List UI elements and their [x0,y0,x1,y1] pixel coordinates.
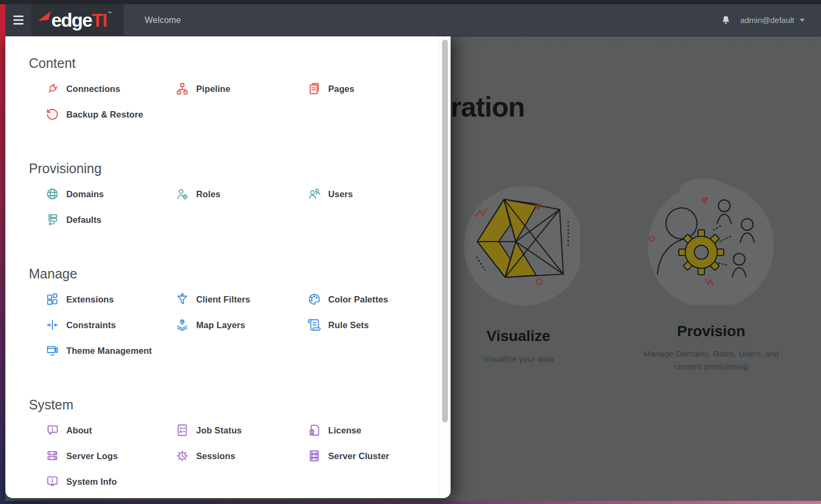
menu-item-server-logs[interactable]: Server Logs [45,448,175,464]
menu-item-color-palettes[interactable]: Color Palettes [307,291,438,307]
bell-icon [720,14,732,27]
user-gear-icon [175,187,189,201]
section-system: System About Job Status [29,397,438,490]
section-title-manage: Manage [29,266,438,282]
gear-clock-icon [175,449,189,463]
theme-windows-icon [45,344,59,358]
certificate-icon [307,423,321,437]
plug-icon [45,82,59,96]
menu-item-extensions[interactable]: Extensions [45,291,175,307]
user-menu[interactable]: admin@default [740,15,805,25]
brand-trademark: ™ [107,11,112,15]
card-title-visualize: Visualize [457,328,580,345]
menu-item-pipeline[interactable]: Pipeline [175,81,307,97]
speech-info-icon [45,423,59,437]
menu-item-map-layers[interactable]: Map Layers [175,317,307,333]
card-title-provision: Provision [635,323,787,340]
card-subtitle-visualize: Visualize your data [457,353,580,366]
funnel-user-icon [175,292,189,306]
menu-item-domains[interactable]: Domains [45,186,175,202]
server-check-icon [45,449,59,463]
menu-item-client-filters[interactable]: Client Filters [175,291,307,307]
constraints-icon [45,318,59,332]
blocks-icon [45,292,59,306]
notifications-button[interactable] [720,14,732,27]
globe-icon [45,187,59,201]
org-chart-icon [175,82,189,96]
server-stack-icon [307,449,321,463]
task-list-icon [175,423,189,437]
menu-item-pages[interactable]: Pages [307,81,438,97]
section-title-content: Content [29,55,438,71]
map-layers-icon [175,318,189,332]
card-subtitle-provision: Manage Domains, Roles, Users, and conten… [635,347,787,373]
bottom-gradient-bar [0,501,821,504]
menu-item-connections[interactable]: Connections [45,81,175,97]
scroll-icon [307,318,321,332]
users-icon [307,187,321,201]
monitor-info-icon [45,475,59,489]
drawer-scrollbar-track [439,36,451,498]
page-title-fragment: ration [451,91,524,123]
brand-word: edge [51,10,92,31]
chevron-down-icon [800,19,805,22]
section-title-system: System [29,397,438,413]
brand-logo[interactable]: edgeTI™ [31,4,123,36]
hamburger-icon[interactable] [5,4,31,36]
menu-item-rule-sets[interactable]: Rule Sets [307,317,438,333]
menu-item-backup-restore[interactable]: Backup & Restore [45,106,175,122]
menu-item-theme-management[interactable]: Theme Management [45,343,175,359]
provision-illustration [639,176,783,305]
menu-item-sessions[interactable]: Sessions [175,448,307,464]
menu-item-system-info[interactable]: System Info [45,474,175,490]
pages-icon [307,82,321,96]
drawer-scrollbar-thumb[interactable] [442,40,448,422]
username: admin@default [740,15,794,25]
restore-arrow-icon [45,107,59,121]
background-sidebar-edge [0,4,5,501]
brand-triangle-icon [37,10,52,21]
section-content: Content Connections Pipeline [29,55,438,122]
server-restore-icon [45,213,59,227]
menu-item-users[interactable]: Users [307,186,438,202]
navigation-drawer: Content Connections Pipeline [5,36,451,498]
menu-item-server-cluster[interactable]: Server Cluster [307,448,438,464]
menu-item-defaults[interactable]: Defaults [45,212,175,228]
palette-icon [307,292,321,306]
page-label: Welcome [145,15,181,25]
top-bar: edgeTI™ Welcome admin@default [0,0,821,36]
section-title-provisioning: Provisioning [29,160,438,176]
section-manage: Manage Extensions Client Filters [29,266,438,359]
visualize-illustration [457,179,580,307]
menu-item-license[interactable]: License [307,422,438,438]
menu-item-constraints[interactable]: Constraints [45,317,175,333]
menu-item-roles[interactable]: Roles [175,186,307,202]
menu-item-job-status[interactable]: Job Status [175,422,307,438]
brand-accent: TI [92,10,107,31]
menu-item-about[interactable]: About [45,422,175,438]
section-provisioning: Provisioning Domains Roles [29,160,438,228]
app-root: ration [0,0,821,504]
